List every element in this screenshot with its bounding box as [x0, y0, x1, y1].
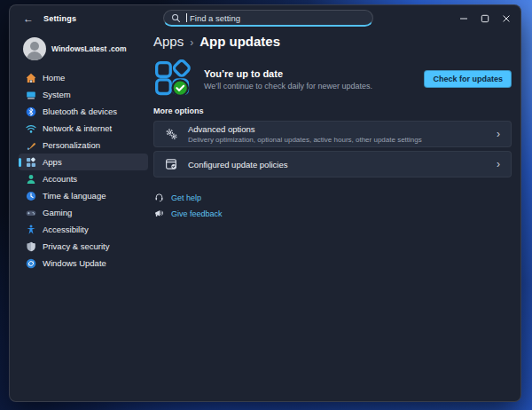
window-title: Settings	[43, 14, 76, 23]
help-links: Get help Give feedback	[153, 192, 512, 224]
breadcrumb-parent[interactable]: Apps	[153, 34, 184, 49]
more-options-heading: More options	[153, 106, 512, 115]
card-title: Advanced options	[188, 124, 422, 134]
gaming-icon	[26, 208, 36, 218]
network-icon	[26, 123, 36, 134]
back-icon: ←	[23, 12, 34, 25]
accessibility-icon	[26, 225, 36, 235]
get-help-link[interactable]: Get help	[153, 192, 512, 203]
settings-window: ← Settings Find a setting	[9, 4, 521, 402]
avatar	[23, 37, 46, 60]
windows-update-icon	[26, 258, 36, 269]
sidebar-item-label: Personalization	[43, 140, 100, 150]
feedback-icon	[154, 209, 164, 218]
titlebar: ← Settings Find a setting	[10, 5, 520, 32]
search-input[interactable]: Find a setting	[163, 10, 373, 27]
time-language-icon	[26, 191, 36, 201]
sidebar-item-label: Network & internet	[43, 123, 112, 133]
user-name: WindowsLatest .com	[51, 44, 126, 53]
system-icon	[26, 90, 36, 100]
sidebar-nav: Home System Bluetooth & devices Network …	[10, 69, 152, 272]
home-icon	[26, 73, 36, 83]
sidebar-item-label: Accessibility	[43, 225, 89, 234]
sidebar-item-label: Home	[43, 73, 65, 83]
sidebar-item-label: Accounts	[43, 174, 77, 184]
link-label: Give feedback	[171, 209, 223, 218]
minimize-icon	[459, 14, 468, 23]
sidebar-item-label: Gaming	[43, 208, 72, 217]
close-icon	[502, 14, 511, 23]
status-title: You’re up to date	[204, 68, 372, 79]
back-button[interactable]: ←	[17, 9, 40, 28]
sidebar-item-label: Privacy & security	[43, 241, 110, 251]
main-content: Apps › App updates You’re up to	[152, 32, 520, 402]
sidebar-item-label: Bluetooth & devices	[43, 106, 117, 116]
window-controls	[453, 5, 517, 32]
policy-document-icon	[165, 158, 177, 170]
breadcrumb: Apps › App updates	[153, 34, 512, 50]
sidebar-item-personalization[interactable]: Personalization	[19, 137, 148, 154]
search-icon	[171, 13, 181, 23]
personalization-icon	[26, 140, 36, 151]
link-label: Get help	[171, 193, 201, 202]
chevron-right-icon: ›	[497, 159, 500, 170]
privacy-icon	[26, 241, 36, 252]
bluetooth-icon	[26, 106, 36, 117]
card-title: Configured update policies	[188, 160, 288, 170]
sidebar-item-home[interactable]: Home	[19, 69, 148, 86]
update-status-hero: You’re up to date We’ll continue to chec…	[153, 59, 512, 99]
maximize-icon	[481, 14, 489, 23]
help-icon	[154, 193, 164, 202]
sidebar-item-label: System	[43, 90, 71, 99]
sidebar-item-apps[interactable]: Apps	[19, 154, 148, 170]
sidebar-item-time-language[interactable]: Time & language	[19, 187, 148, 204]
sidebar-item-accessibility[interactable]: Accessibility	[19, 221, 148, 238]
accounts-icon	[26, 174, 36, 185]
apps-icon	[26, 157, 36, 168]
sidebar-item-label: Time & language	[43, 191, 106, 201]
sidebar-item-accounts[interactable]: Accounts	[19, 170, 148, 187]
gears-icon	[165, 128, 177, 140]
sidebar-item-gaming[interactable]: Gaming	[19, 204, 148, 221]
chevron-right-icon: ›	[497, 129, 500, 139]
configured-update-policies-card[interactable]: Configured update policies ›	[153, 151, 512, 177]
sidebar-item-system[interactable]: System	[19, 86, 148, 103]
sidebar-item-label: Windows Update	[43, 258, 106, 268]
search-placeholder: Find a setting	[190, 13, 240, 23]
advanced-options-card[interactable]: Advanced options Delivery optimization, …	[153, 121, 512, 147]
close-button[interactable]	[496, 5, 517, 32]
status-subtitle: We’ll continue to check daily for newer …	[204, 82, 372, 91]
check-for-updates-button[interactable]: Check for updates	[424, 70, 512, 88]
sidebar-item-network-internet[interactable]: Network & internet	[19, 120, 148, 137]
sidebar-item-windows-update[interactable]: Windows Update	[19, 255, 148, 272]
user-profile[interactable]: WindowsLatest .com	[23, 37, 152, 60]
text-caret	[186, 13, 187, 22]
sidebar-item-bluetooth-devices[interactable]: Bluetooth & devices	[19, 103, 148, 120]
card-subtitle: Delivery optimization, optional updates,…	[188, 136, 422, 144]
minimize-button[interactable]	[453, 5, 474, 32]
sidebar: WindowsLatest .com Home System Bluetooth…	[10, 32, 152, 402]
give-feedback-link[interactable]: Give feedback	[153, 208, 512, 219]
apps-update-icon	[153, 59, 192, 99]
sidebar-item-privacy-security[interactable]: Privacy & security	[19, 238, 148, 255]
chevron-right-icon: ›	[190, 36, 193, 49]
maximize-button[interactable]	[474, 5, 496, 32]
page-title: App updates	[200, 34, 280, 49]
sidebar-item-label: Apps	[43, 157, 62, 167]
